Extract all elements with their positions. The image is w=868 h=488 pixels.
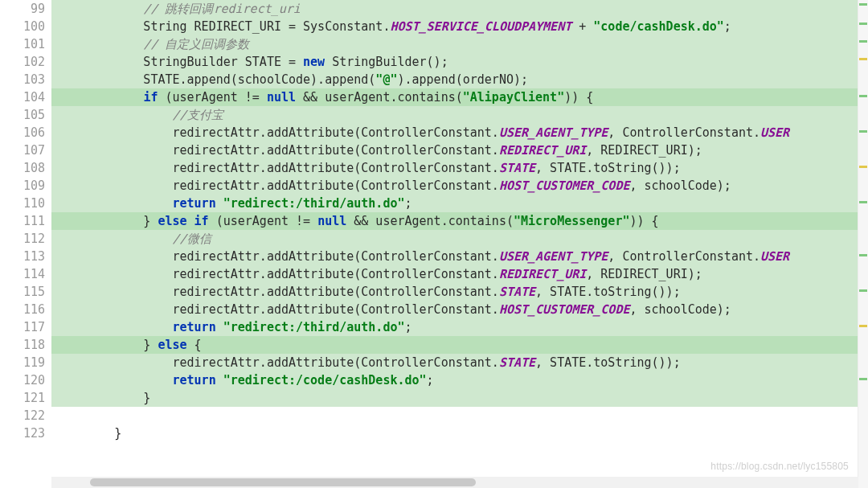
code-line[interactable]: String REDIRECT_URI = SysConstant.HOST_S…	[51, 18, 868, 35]
scrollbar-thumb[interactable]	[90, 478, 476, 486]
line-number: 116	[6, 301, 45, 318]
line-number: 114	[6, 265, 45, 283]
line-number-gutter: 9910010110210310410510610710810911011111…	[0, 0, 51, 488]
line-number: 109	[6, 177, 45, 195]
line-number: 121	[6, 389, 45, 407]
code-line[interactable]: //微信	[51, 230, 868, 248]
line-number: 117	[6, 318, 45, 336]
line-number: 108	[6, 159, 45, 177]
code-line[interactable]: } else {	[51, 336, 868, 354]
line-number: 120	[6, 371, 45, 389]
code-line[interactable]: redirectAttr.addAttribute(ControllerCons…	[51, 159, 868, 177]
line-number: 112	[6, 230, 45, 248]
code-line[interactable]: }	[51, 424, 868, 442]
horizontal-scrollbar[interactable]	[51, 477, 858, 488]
code-line[interactable]: return "redirect:/third/auth.do";	[51, 195, 868, 212]
code-line[interactable]: STATE.append(schoolCode).append("@").app…	[51, 71, 868, 88]
line-number: 115	[6, 283, 45, 301]
line-number: 100	[6, 18, 45, 35]
line-number: 103	[6, 71, 45, 88]
code-line[interactable]: StringBuilder STATE = new StringBuilder(…	[51, 53, 868, 71]
line-number: 119	[6, 354, 45, 371]
code-line[interactable]: redirectAttr.addAttribute(ControllerCons…	[51, 283, 868, 301]
line-number: 106	[6, 124, 45, 141]
code-line[interactable]: //支付宝	[51, 106, 868, 124]
line-number: 104	[6, 88, 45, 106]
watermark: https://blog.csdn.net/lyc155805	[710, 457, 849, 475]
code-line[interactable]: redirectAttr.addAttribute(ControllerCons…	[51, 177, 868, 195]
code-line[interactable]: return "redirect:/third/auth.do";	[51, 318, 868, 336]
line-number: 105	[6, 106, 45, 124]
code-line[interactable]: redirectAttr.addAttribute(ControllerCons…	[51, 265, 868, 283]
code-line[interactable]: redirectAttr.addAttribute(ControllerCons…	[51, 354, 868, 371]
code-editor: 9910010110210310410510610710810911011111…	[0, 0, 868, 488]
code-line[interactable]	[51, 407, 868, 424]
line-number: 110	[6, 195, 45, 212]
line-number: 122	[6, 407, 45, 424]
line-number: 101	[6, 35, 45, 53]
line-number: 102	[6, 53, 45, 71]
code-line[interactable]: redirectAttr.addAttribute(ControllerCons…	[51, 141, 868, 159]
line-number: 113	[6, 248, 45, 265]
code-line[interactable]: }	[51, 389, 868, 407]
code-line[interactable]: return "redirect:/code/cashDesk.do";	[51, 371, 868, 389]
line-number: 111	[6, 212, 45, 230]
code-line[interactable]: redirectAttr.addAttribute(ControllerCons…	[51, 124, 868, 141]
code-line[interactable]: } else if (userAgent != null && userAgen…	[51, 212, 868, 230]
line-number: 99	[6, 0, 45, 18]
line-number: 123	[6, 424, 45, 442]
line-number: 118	[6, 336, 45, 354]
line-number: 107	[6, 141, 45, 159]
marker-stripe[interactable]	[858, 0, 868, 488]
code-line[interactable]: redirectAttr.addAttribute(ControllerCons…	[51, 301, 868, 318]
code-line[interactable]: // 自定义回调参数	[51, 35, 868, 53]
code-line[interactable]: // 跳转回调redirect_uri	[51, 0, 868, 18]
code-area[interactable]: // 跳转回调redirect_uri String REDIRECT_URI …	[51, 0, 868, 488]
code-line[interactable]: if (userAgent != null && userAgent.conta…	[51, 88, 868, 106]
code-line[interactable]: redirectAttr.addAttribute(ControllerCons…	[51, 248, 868, 265]
